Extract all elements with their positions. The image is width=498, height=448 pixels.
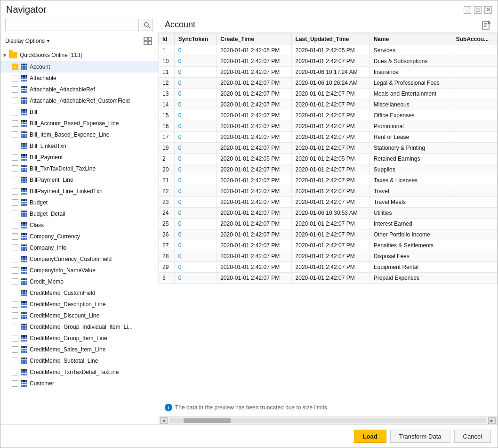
scroll-left-button[interactable]: ◄: [160, 417, 168, 424]
sync-token-link[interactable]: 0: [178, 275, 182, 281]
table-row[interactable]: 2102020-01-01 2:42:07 PM2020-01-01 2:42:…: [159, 175, 498, 186]
sync-token-link[interactable]: 0: [178, 58, 182, 65]
table-row[interactable]: 102020-01-01 2:42:05 PM2020-01-01 2:42:0…: [159, 45, 498, 56]
search-input[interactable]: [5, 19, 139, 31]
sync-token-link[interactable]: 0: [178, 69, 182, 75]
tree-item-checkbox[interactable]: [12, 177, 18, 183]
tree-item-checkbox[interactable]: [12, 301, 18, 308]
tree-item[interactable]: CreditMemo_Discount_Line: [0, 310, 158, 321]
tree-item[interactable]: CompanyCurrency_CustomField: [0, 253, 158, 265]
tree-item-checkbox[interactable]: [12, 188, 18, 195]
transform-data-button[interactable]: Transform Data: [390, 430, 450, 443]
tree-item[interactable]: Bill_TxnTaxDetail_TaxLine: [0, 163, 158, 174]
table-row[interactable]: 1102020-01-01 2:42:07 PM2020-01-06 10:17…: [159, 67, 498, 78]
tree-item[interactable]: Credit_Memo: [0, 276, 158, 287]
table-row[interactable]: 2002020-01-01 2:42:07 PM2020-01-01 2:42:…: [159, 164, 498, 175]
table-row[interactable]: 2902020-01-01 2:42:07 PM2020-01-01 2:42:…: [159, 262, 498, 273]
search-button[interactable]: [141, 19, 153, 31]
tree-item[interactable]: BillPayment_Line: [0, 174, 158, 186]
tree-item-checkbox[interactable]: [12, 312, 18, 319]
sync-token-link[interactable]: 0: [178, 80, 182, 86]
sync-token-link[interactable]: 0: [178, 90, 182, 97]
tree-item[interactable]: Attachable: [0, 73, 158, 84]
tree-item[interactable]: Attachable_AttachableRef_CustomField: [0, 95, 158, 106]
table-row[interactable]: 1502020-01-01 2:42:07 PM2020-01-01 2:42:…: [159, 110, 498, 121]
tree-item[interactable]: Account: [0, 61, 158, 73]
table-row[interactable]: 2702020-01-01 2:42:07 PM2020-01-01 2:42:…: [159, 240, 498, 251]
sync-token-link[interactable]: 0: [178, 155, 182, 162]
tree-item-checkbox[interactable]: [12, 335, 18, 342]
table-row[interactable]: 1902020-01-01 2:42:07 PM2020-01-01 2:42:…: [159, 143, 498, 154]
tree-item[interactable]: Bill: [0, 106, 158, 118]
tree-item-checkbox[interactable]: [12, 346, 18, 353]
tree-item-checkbox[interactable]: [12, 278, 18, 285]
table-row[interactable]: 1302020-01-01 2:42:07 PM2020-01-01 2:42:…: [159, 89, 498, 99]
tree-item[interactable]: CreditMemo_Group_Item_Line: [0, 333, 158, 344]
sync-token-link[interactable]: 0: [178, 123, 182, 130]
tree-item[interactable]: CompanyInfo_NameValue: [0, 265, 158, 276]
tree-item[interactable]: Bill_Payment: [0, 152, 158, 163]
data-table-container[interactable]: Id SyncToken Create_Time Last_Updated_Ti…: [158, 33, 498, 399]
tree-item[interactable]: Budget_Detail: [0, 208, 158, 220]
tree-item[interactable]: CreditMemo_Subtotal_Line: [0, 355, 158, 367]
tree-item-checkbox[interactable]: [12, 233, 18, 240]
sync-token-link[interactable]: 0: [178, 210, 182, 216]
tree-item-checkbox[interactable]: [12, 211, 18, 217]
scroll-thumb[interactable]: [184, 418, 231, 423]
tree-item[interactable]: Customer: [0, 378, 158, 389]
minimize-button[interactable]: −: [464, 6, 471, 14]
table-row[interactable]: 1402020-01-01 2:42:07 PM2020-01-01 2:42:…: [159, 99, 498, 110]
tree-item-checkbox[interactable]: [12, 369, 18, 375]
tree-item-checkbox[interactable]: [12, 143, 18, 149]
tree-item[interactable]: CreditMemo_Sales_Item_Line: [0, 344, 158, 355]
sync-token-link[interactable]: 0: [178, 47, 182, 54]
tree-item-checkbox[interactable]: [12, 98, 18, 104]
tree-item-checkbox[interactable]: [12, 165, 18, 172]
tree-item[interactable]: BillPayment_Line_LinkedTxn: [0, 186, 158, 197]
table-row[interactable]: 1702020-01-01 2:42:07 PM2020-01-01 2:42:…: [159, 132, 498, 143]
table-row[interactable]: 1602020-01-01 2:42:07 PM2020-01-01 2:42:…: [159, 121, 498, 132]
sync-token-link[interactable]: 0: [178, 188, 182, 195]
tree-item-checkbox[interactable]: [12, 267, 18, 274]
tree-item[interactable]: Company_Currency: [0, 231, 158, 242]
table-row[interactable]: 2402020-01-01 2:42:07 PM2020-01-06 10:30…: [159, 208, 498, 219]
tree-item-checkbox[interactable]: [12, 244, 18, 251]
sync-token-link[interactable]: 0: [178, 231, 182, 238]
display-options-button[interactable]: Display Options ▼: [5, 38, 50, 44]
sync-token-link[interactable]: 0: [178, 253, 182, 260]
tree-item[interactable]: Attachable_AttachableRef: [0, 84, 158, 95]
nav-icon-button[interactable]: [143, 36, 153, 46]
sync-token-link[interactable]: 0: [178, 166, 182, 173]
load-button[interactable]: Load: [354, 430, 386, 443]
tree-item-checkbox[interactable]: [12, 109, 18, 115]
tree-item[interactable]: CreditMemo_TxnTaxDetail_TaxLine: [0, 367, 158, 378]
tree-item-checkbox[interactable]: [12, 86, 18, 93]
sync-token-link[interactable]: 0: [178, 242, 182, 249]
horizontal-scrollbar[interactable]: ◄ ►: [158, 416, 498, 424]
sync-token-link[interactable]: 0: [178, 101, 182, 108]
table-row[interactable]: 2602020-01-01 2:42:07 PM2020-01-01 2:42:…: [159, 229, 498, 240]
table-row[interactable]: 202020-01-01 2:42:05 PM2020-01-01 2:42:0…: [159, 154, 498, 164]
tree-item-checkbox[interactable]: [12, 75, 18, 81]
tree-item-checkbox[interactable]: [12, 256, 18, 262]
panel-action-icon[interactable]: [482, 20, 491, 30]
tree-item-checkbox[interactable]: [12, 120, 18, 127]
tree-item-checkbox[interactable]: [12, 199, 18, 206]
tree-item[interactable]: CreditMemo_Description_Line: [0, 299, 158, 310]
tree-root-item[interactable]: ▼ QuickBooks Online [113]: [0, 49, 158, 61]
tree-item[interactable]: Bill_Account_Based_Expense_Line: [0, 118, 158, 129]
tree-item-checkbox[interactable]: [12, 64, 18, 70]
table-row[interactable]: 302020-01-01 2:42:07 PM2020-01-01 2:42:0…: [159, 273, 498, 284]
tree-item[interactable]: Bill_LinkedTxn: [0, 140, 158, 152]
sync-token-link[interactable]: 0: [178, 112, 182, 119]
close-button[interactable]: ✕: [484, 6, 492, 14]
tree-item[interactable]: Company_Info: [0, 242, 158, 253]
sync-token-link[interactable]: 0: [178, 199, 182, 205]
table-row[interactable]: 2302020-01-01 2:42:07 PM2020-01-01 2:42:…: [159, 197, 498, 208]
tree-item-checkbox[interactable]: [12, 380, 18, 387]
table-row[interactable]: 2502020-01-01 2:42:07 PM2020-01-01 2:42:…: [159, 219, 498, 229]
tree-item-checkbox[interactable]: [12, 154, 18, 161]
tree-item[interactable]: CreditMemo_Group_Individual_Item_Li...: [0, 321, 158, 333]
tree-container[interactable]: ▼ QuickBooks Online [113] AccountAttacha…: [0, 49, 158, 424]
tree-item-checkbox[interactable]: [12, 290, 18, 296]
